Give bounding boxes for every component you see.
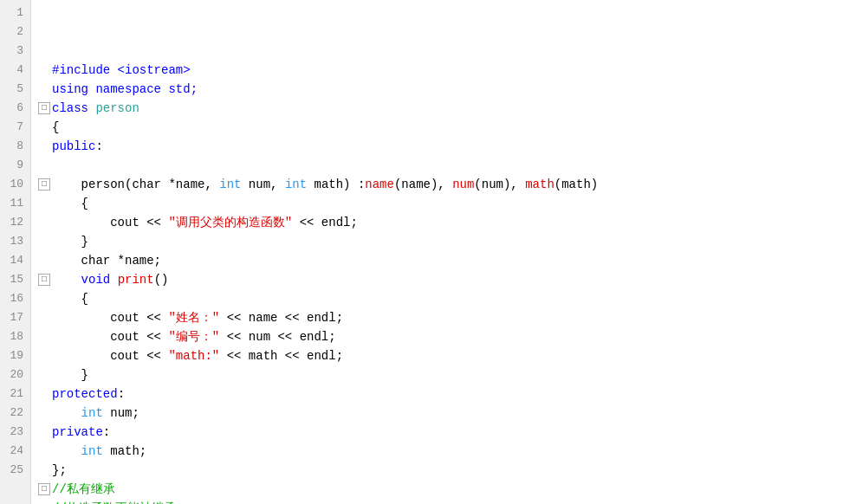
line-number-12: 12 — [7, 213, 23, 232]
line-number-gutter: 1234567891011121314151617181920212223242… — [0, 0, 31, 504]
code-tokens-13: { — [52, 289, 88, 308]
code-tokens-5: public: — [52, 137, 103, 156]
code-line-16: cout << "math:" << math << endl; — [38, 346, 843, 365]
no-fold-spacer-8 — [38, 194, 52, 213]
no-fold-spacer-16 — [38, 346, 52, 365]
line-number-8: 8 — [7, 137, 23, 156]
line-number-1: 1 — [7, 3, 23, 23]
line-number-20: 20 — [7, 365, 23, 384]
line-number-21: 21 — [7, 384, 23, 404]
code-tokens-17: } — [52, 365, 88, 384]
no-fold-spacer-6 — [38, 156, 52, 175]
code-line-15: cout << "编号：" << num << endl; — [38, 327, 843, 346]
no-fold-spacer-9 — [38, 213, 52, 232]
fold-icon-23[interactable]: □ — [38, 483, 50, 495]
code-tokens-8: { — [52, 194, 88, 213]
no-fold-spacer-4 — [38, 118, 52, 137]
line-number-18: 18 — [7, 327, 23, 346]
code-line-1: #include <iostream> — [38, 61, 843, 80]
no-fold-spacer-17 — [38, 365, 52, 384]
code-line-12: □ void print() — [38, 270, 843, 289]
code-line-9: cout << "调用父类的构造函数" << endl; — [38, 213, 843, 232]
code-tokens-10: } — [52, 232, 88, 251]
fold-icon-3[interactable]: □ — [38, 102, 50, 114]
no-fold-spacer-19 — [38, 404, 52, 423]
code-line-2: using namespace std; — [38, 80, 843, 99]
no-fold-spacer-11 — [38, 251, 52, 270]
code-tokens-16: cout << "math:" << math << endl; — [52, 346, 343, 365]
code-tokens-23: //私有继承 — [52, 480, 115, 499]
code-line-14: cout << "姓名：" << name << endl; — [38, 308, 843, 327]
code-tokens-12: void print() — [52, 270, 168, 289]
no-fold-spacer-1 — [38, 61, 52, 80]
code-tokens-7: person(char *name, int num, int math) :n… — [52, 175, 598, 194]
code-tokens-21: int math; — [52, 442, 146, 461]
code-line-24: //构造函数不能被继承 — [38, 499, 843, 504]
code-line-4: { — [38, 118, 843, 137]
code-line-21: int math; — [38, 442, 843, 461]
line-number-22: 22 — [7, 404, 23, 423]
code-tokens-11: char *name; — [52, 251, 161, 270]
code-tokens-4: { — [52, 118, 59, 137]
code-tokens-2: using namespace std; — [52, 80, 198, 99]
code-line-13: { — [38, 289, 843, 308]
code-tokens-20: private: — [52, 423, 110, 442]
line-number-16: 16 — [7, 289, 23, 308]
code-tokens-18: protected: — [52, 384, 125, 404]
code-line-19: int num; — [38, 404, 843, 423]
code-tokens-1: #include <iostream> — [52, 61, 191, 80]
line-number-10: 10 — [7, 175, 23, 194]
no-fold-spacer-14 — [38, 308, 52, 327]
code-tokens-15: cout << "编号：" << num << endl; — [52, 327, 336, 346]
line-number-5: 5 — [7, 80, 23, 99]
code-tokens-19: int num; — [52, 404, 139, 423]
no-fold-spacer-2 — [38, 80, 52, 99]
no-fold-spacer-20 — [38, 423, 52, 442]
line-number-9: 9 — [7, 156, 23, 175]
line-number-2: 2 — [7, 23, 23, 42]
no-fold-spacer-18 — [38, 384, 52, 404]
line-number-24: 24 — [7, 442, 23, 461]
line-number-25: 25 — [7, 461, 23, 480]
code-line-11: char *name; — [38, 251, 843, 270]
line-number-3: 3 — [7, 42, 23, 61]
code-line-17: } — [38, 365, 843, 384]
code-editor: 1234567891011121314151617181920212223242… — [0, 0, 843, 504]
line-number-13: 13 — [7, 232, 23, 251]
code-line-20: private: — [38, 423, 843, 442]
code-tokens-24: //构造函数不能被继承 — [52, 499, 176, 504]
code-line-10: } — [38, 232, 843, 251]
code-line-7: □ person(char *name, int num, int math) … — [38, 175, 843, 194]
code-line-6 — [38, 156, 843, 175]
line-number-11: 11 — [7, 194, 23, 213]
line-number-4: 4 — [7, 61, 23, 80]
line-number-7: 7 — [7, 118, 23, 137]
code-line-3: □class person — [38, 99, 843, 118]
no-fold-spacer-15 — [38, 327, 52, 346]
code-line-22: }; — [38, 461, 843, 480]
no-fold-spacer-24 — [38, 499, 52, 504]
fold-icon-12[interactable]: □ — [38, 274, 50, 286]
code-line-8: { — [38, 194, 843, 213]
code-tokens-14: cout << "姓名：" << name << endl; — [52, 308, 343, 327]
code-tokens-22: }; — [52, 461, 67, 480]
no-fold-spacer-13 — [38, 289, 52, 308]
code-tokens-3: class person — [52, 99, 139, 118]
line-number-23: 23 — [7, 423, 23, 442]
line-number-6: 6 — [7, 99, 23, 118]
line-number-14: 14 — [7, 251, 23, 270]
line-number-15: 15 — [7, 270, 23, 289]
code-tokens-9: cout << "调用父类的构造函数" << endl; — [52, 213, 358, 232]
fold-icon-7[interactable]: □ — [38, 178, 50, 191]
code-line-18: protected: — [38, 384, 843, 404]
no-fold-spacer-10 — [38, 232, 52, 251]
code-line-23: □//私有继承 — [38, 480, 843, 499]
line-number-17: 17 — [7, 308, 23, 327]
no-fold-spacer-21 — [38, 442, 52, 461]
no-fold-spacer-5 — [38, 137, 52, 156]
line-number-19: 19 — [7, 346, 23, 365]
code-line-5: public: — [38, 137, 843, 156]
no-fold-spacer-22 — [38, 461, 52, 480]
code-content[interactable]: #include <iostream> using namespace std;… — [31, 0, 843, 504]
